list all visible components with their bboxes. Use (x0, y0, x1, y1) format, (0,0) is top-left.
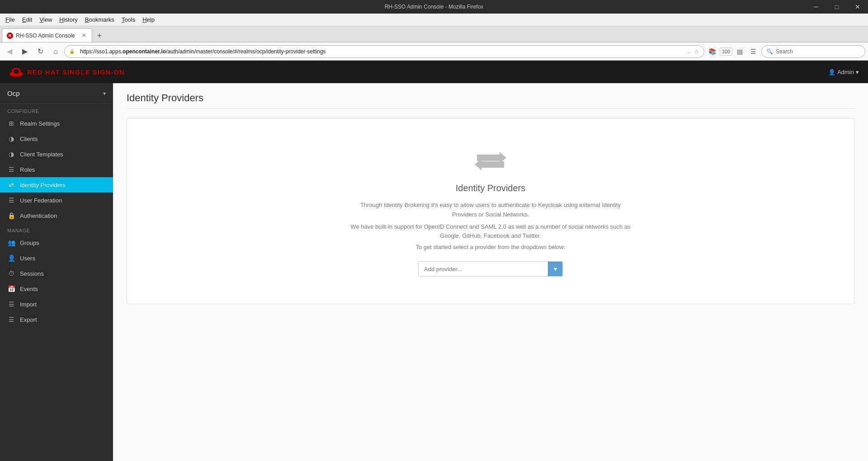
menu-tools[interactable]: Tools (118, 14, 139, 25)
groups-icon: 👥 (7, 239, 15, 247)
menu-edit[interactable]: Edit (19, 14, 36, 25)
authentication-label: Authentication (20, 212, 57, 219)
toolbar-icons: 📚 100 ▤ ☰ (706, 45, 760, 58)
user-chevron-icon: ▾ (856, 69, 859, 75)
library-icon[interactable]: 📚 (706, 45, 719, 58)
client-templates-label: Client Templates (20, 151, 63, 158)
search-bar[interactable]: 🔍 Search (761, 45, 865, 58)
realm-chevron-icon: ▾ (103, 90, 106, 97)
sidebar-toggle-icon[interactable]: ▤ (733, 45, 746, 58)
identity-providers-label: Identity Providers (20, 182, 65, 188)
clients-label: Clients (20, 136, 38, 142)
app-logo-text: RED HAT SINGLE SIGN-ON (27, 68, 125, 76)
bookmark-icon[interactable]: ☆ (694, 48, 699, 55)
home-button[interactable]: ⌂ (49, 45, 62, 58)
sidebar-item-events[interactable]: 📅 Events (0, 281, 113, 296)
url-options[interactable]: … (686, 48, 691, 55)
sidebar-item-clients[interactable]: ◑ Clients (0, 131, 113, 146)
import-label: Import (20, 301, 37, 308)
users-label: Users (20, 255, 35, 262)
minimize-button[interactable]: ─ (806, 0, 826, 14)
search-icon: 🔍 (766, 48, 773, 55)
roles-icon: ☰ (7, 165, 15, 174)
nav-bar: ◀ ▶ ↻ ⌂ 🔒 https://sso1.apps.opencontaine… (0, 42, 868, 61)
import-icon: ☰ (7, 300, 15, 308)
clients-icon: ◑ (7, 135, 15, 143)
app-container: RED HAT SINGLE SIGN-ON 👤 Admin ▾ Ocp ▾ C… (0, 61, 868, 461)
close-button[interactable]: ✕ (847, 0, 868, 14)
username-label: Admin (837, 69, 854, 75)
sidebar-item-user-federation[interactable]: ☰ User Federation (0, 193, 113, 208)
menu-bookmarks[interactable]: Bookmarks (81, 14, 118, 25)
tab-close-button[interactable]: ✕ (80, 32, 87, 39)
sidebar-item-sessions[interactable]: ⏱ Sessions (0, 266, 113, 281)
add-provider-input[interactable] (419, 263, 548, 275)
tab-bar: R RH-SSO Admin Console ✕ + (0, 26, 868, 42)
export-label: Export (20, 316, 37, 323)
identity-providers-icon: ⇄ (7, 181, 15, 189)
add-provider-dropdown-button[interactable]: ▾ (548, 262, 562, 276)
tab-favicon: R (7, 33, 13, 39)
menu-bar: File Edit View History Bookmarks Tools H… (0, 14, 868, 26)
user-menu[interactable]: 👤 Admin ▾ (828, 69, 859, 75)
sidebar-item-client-templates[interactable]: ◑ Client Templates (0, 146, 113, 162)
sidebar-item-users[interactable]: 👤 Users (0, 250, 113, 266)
sessions-label: Sessions (20, 270, 44, 277)
url-text: https://sso1.apps.opencontainer.io/auth/… (80, 48, 683, 55)
client-templates-icon: ◑ (7, 150, 15, 158)
authentication-icon: 🔒 (7, 212, 15, 220)
more-options-icon[interactable]: ☰ (747, 45, 760, 58)
events-label: Events (20, 286, 38, 292)
redhat-logo-icon (9, 67, 24, 77)
search-placeholder: Search (776, 48, 793, 55)
realm-settings-label: Realm Settings (20, 120, 60, 127)
providers-icon (472, 146, 509, 176)
svg-point-2 (14, 69, 19, 74)
back-button[interactable]: ◀ (3, 45, 16, 58)
reload-button[interactable]: ↻ (33, 45, 47, 58)
configure-section-label: Configure (0, 104, 113, 116)
maximize-button[interactable]: □ (826, 0, 847, 14)
url-icon: 🔒 (69, 49, 75, 54)
sessions-icon: ⏱ (7, 269, 15, 278)
main-content: Identity Providers Identity Providers Th… (113, 83, 868, 461)
sidebar-item-export[interactable]: ☰ Export (0, 312, 113, 327)
user-icon: 👤 (828, 69, 835, 75)
url-bar[interactable]: 🔒 https://sso1.apps.opencontainer.io/aut… (64, 45, 704, 58)
providers-hint: To get started select a provider from th… (416, 244, 566, 250)
providers-desc-line1: Through Identity Brokering it's easy to … (350, 201, 631, 220)
menu-history[interactable]: History (56, 14, 81, 25)
events-icon: 📅 (7, 285, 15, 293)
export-icon: ☰ (7, 315, 15, 324)
sidebar: Ocp ▾ Configure ⊞ Realm Settings ◑ Clien… (0, 83, 113, 461)
app-header: RED HAT SINGLE SIGN-ON 👤 Admin ▾ (0, 61, 868, 83)
sidebar-item-groups[interactable]: 👥 Groups (0, 235, 113, 250)
menu-file[interactable]: File (2, 14, 19, 25)
realm-name: Ocp (7, 89, 20, 97)
app-logo: RED HAT SINGLE SIGN-ON (9, 67, 125, 77)
new-tab-button[interactable]: + (93, 29, 106, 42)
page-title: Identity Providers (127, 92, 854, 109)
window-title: RH-SSO Admin Console - Mozilla Firefox (385, 4, 484, 10)
sidebar-item-roles[interactable]: ☰ Roles (0, 162, 113, 177)
user-federation-icon: ☰ (7, 196, 15, 204)
window-controls: ─ □ ✕ (806, 0, 868, 14)
realm-settings-icon: ⊞ (7, 119, 15, 127)
sidebar-item-identity-providers[interactable]: ⇄ Identity Providers (0, 177, 113, 193)
providers-heading: Identity Providers (456, 183, 526, 193)
forward-button[interactable]: ▶ (18, 45, 32, 58)
groups-label: Groups (20, 240, 39, 246)
sidebar-item-import[interactable]: ☰ Import (0, 296, 113, 312)
menu-help[interactable]: Help (139, 14, 158, 25)
realm-selector[interactable]: Ocp ▾ (0, 83, 113, 104)
sidebar-item-authentication[interactable]: 🔒 Authentication (0, 208, 113, 223)
sidebar-item-realm-settings[interactable]: ⊞ Realm Settings (0, 116, 113, 131)
browser-tab-active[interactable]: R RH-SSO Admin Console ✕ (2, 28, 92, 42)
menu-view[interactable]: View (36, 14, 56, 25)
providers-desc-line2: We have built-in support for OpenID Conn… (350, 222, 631, 241)
zoom-level[interactable]: 100 (720, 47, 732, 56)
add-provider-dropdown[interactable]: ▾ (418, 261, 563, 277)
user-federation-label: User Federation (20, 197, 62, 204)
main-area: Ocp ▾ Configure ⊞ Realm Settings ◑ Clien… (0, 83, 868, 461)
os-titlebar: RH-SSO Admin Console - Mozilla Firefox ─… (0, 0, 868, 14)
